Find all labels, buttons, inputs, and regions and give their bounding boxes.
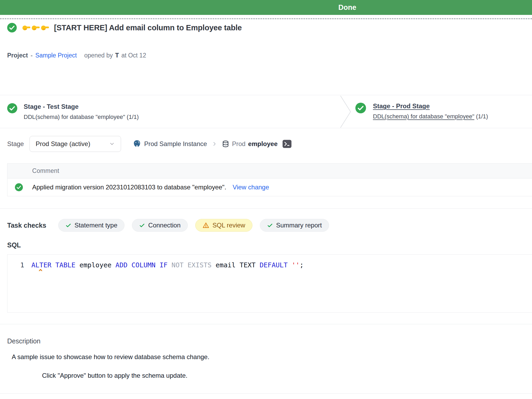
sql-code-line: 1 ALTER TABLE employee ADD COLUMN IF NOT…: [7, 261, 532, 269]
stage-prod: Stage - Prod Stage DDL(schema) for datab…: [355, 102, 488, 120]
postgresql-icon: [132, 139, 142, 148]
check-pill-label: SQL review: [213, 222, 245, 229]
project-dash: -: [31, 52, 33, 59]
description-line: Click "Approve" button to apply the sche…: [42, 372, 188, 379]
issue-done-check-icon: [7, 23, 17, 32]
stage-test-subtitle: DDL(schema) for database "employee" (1/1…: [24, 113, 139, 121]
issue-meta-row: Project - Sample Project opened by T at …: [7, 52, 146, 60]
check-pill-label: Summary report: [276, 222, 322, 229]
section-divider: [0, 393, 532, 394]
issue-title-row: 👉👉👉 [START HERE] Add email column to Emp…: [7, 22, 242, 33]
comment-row: Applied migration version 20231012083103…: [7, 178, 532, 196]
stage-prod-title-link[interactable]: Stage - Prod Stage: [373, 102, 488, 110]
section-divider: [0, 128, 532, 128]
comment-header-label: Comment: [32, 167, 59, 174]
description-label: Description: [7, 337, 40, 345]
stage-select[interactable]: Prod Stage (active): [30, 136, 121, 152]
line-number: 1: [17, 261, 24, 269]
sql-code-viewer: 1 ALTER TABLE employee ADD COLUMN IF NOT…: [7, 254, 532, 313]
database-name[interactable]: employee: [248, 140, 278, 148]
opened-by-label: opened by: [84, 52, 113, 59]
stage-test-title: Stage - Test Stage: [24, 103, 139, 111]
stage-selector-label: Stage: [7, 140, 24, 148]
database-env: Prod: [232, 140, 246, 148]
check-pill-statement-type[interactable]: Statement type: [58, 219, 124, 232]
sql-statement: ALTER TABLE employee ADD COLUMN IF NOT E…: [31, 261, 304, 269]
issue-title: [START HERE] Add email column to Employe…: [54, 23, 242, 32]
stage-done-check-icon: [355, 103, 366, 113]
comment-message: Applied migration version 20231012083103…: [32, 184, 226, 191]
check-pass-icon: [267, 222, 273, 228]
sql-editor-terminal-icon[interactable]: [282, 140, 292, 148]
section-divider: [0, 95, 532, 95]
check-pass-icon: [65, 222, 71, 228]
section-divider: [0, 208, 532, 209]
check-pill-sql-review[interactable]: SQL review: [195, 219, 252, 232]
status-banner-label: Done: [338, 0, 356, 15]
task-checks-label: Task checks: [7, 222, 46, 229]
instance-name[interactable]: Prod Sample Instance: [144, 140, 207, 148]
sql-review-caret-marker: ^: [39, 269, 532, 274]
pointing-finger-icon: [22, 24, 31, 31]
comment-done-check-icon: [15, 183, 23, 191]
database-breadcrumb: Prod Sample Instance Prod employee: [132, 139, 292, 148]
pointing-finger-emojis: 👉👉👉: [22, 24, 49, 31]
stage-selector-row: Stage Prod Stage (active) Prod Sample In…: [7, 136, 292, 152]
section-divider: [0, 324, 532, 324]
pointing-finger-icon: [40, 24, 49, 31]
stage-prod-task-link[interactable]: DDL(schema) for database "employee": [373, 113, 474, 120]
project-label: Project: [7, 52, 28, 59]
stage-test: Stage - Test Stage DDL(schema) for datab…: [7, 103, 139, 121]
check-pill-summary-report[interactable]: Summary report: [260, 219, 329, 232]
task-checks-row: Task checks Statement type Connection SQ…: [7, 219, 329, 232]
project-link[interactable]: Sample Project: [35, 52, 77, 59]
banner-divider: [0, 18, 532, 19]
view-change-link[interactable]: View change: [233, 184, 269, 191]
stage-done-check-icon: [7, 103, 17, 113]
check-pill-connection[interactable]: Connection: [132, 219, 188, 232]
chevron-right-icon: [212, 140, 217, 147]
opened-time: at Oct 12: [121, 52, 146, 59]
creator-name: T: [115, 52, 119, 59]
stage-select-value: Prod Stage (active): [36, 140, 90, 148]
chevron-down-icon: [109, 141, 115, 147]
stage-prod-task-count: (1/1): [476, 113, 488, 120]
check-pass-icon: [139, 222, 145, 228]
check-pill-label: Statement type: [74, 222, 117, 229]
stage-prod-subtitle: DDL(schema) for database "employee" (1/1…: [373, 113, 488, 120]
description-line: A sample issue to showcase how to review…: [12, 353, 209, 361]
check-pill-label: Connection: [148, 222, 180, 229]
comment-table: Comment Applied migration version 202310…: [7, 163, 532, 196]
sql-section-label: SQL: [7, 241, 21, 249]
status-banner: Done: [0, 0, 532, 15]
stage-separator-chevron: [340, 95, 352, 128]
pointing-finger-icon: [31, 24, 40, 31]
warning-triangle-icon: [202, 222, 209, 229]
comment-table-header: Comment: [7, 164, 532, 178]
database-icon: [222, 140, 229, 148]
